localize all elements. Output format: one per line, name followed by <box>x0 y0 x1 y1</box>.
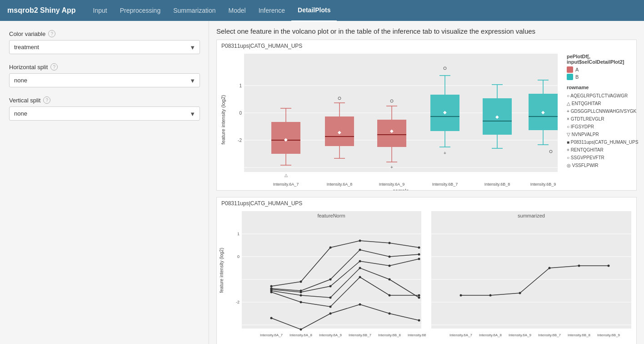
svg-point-79 <box>359 240 361 242</box>
svg-point-109 <box>359 304 361 306</box>
svg-point-128 <box>548 267 550 269</box>
svg-text:Intensity.6B_8: Intensity.6B_8 <box>484 182 510 187</box>
svg-text:Intensity.6B_8: Intensity.6B_8 <box>567 333 590 337</box>
color-variable-select[interactable]: treatment none <box>9 40 200 54</box>
svg-point-78 <box>329 247 332 249</box>
svg-text:+: + <box>390 165 393 170</box>
svg-point-110 <box>389 313 391 315</box>
svg-point-80 <box>389 242 391 244</box>
chart1-svg: 1 0 -2 feature intensity (log2) <box>217 49 562 190</box>
svg-point-127 <box>519 292 521 294</box>
svg-text:feature intensity (log2): feature intensity (log2) <box>220 95 226 145</box>
legend-row-0: ○ AQEGLRPGTLCTVAGWGR <box>567 92 639 100</box>
nav-input[interactable]: Input <box>87 0 114 21</box>
svg-text:+: + <box>444 151 446 156</box>
nav-preprocessing[interactable]: Preprocessing <box>114 0 167 21</box>
svg-text:◆: ◆ <box>390 128 394 133</box>
chart1-main: P08311ups|CATG_HUMAN_UPS 1 0 -2 <box>217 40 562 190</box>
horizontal-split-select[interactable]: none treatment <box>9 73 200 87</box>
legend-row-3: × GTDTLREVGLR <box>567 115 639 123</box>
nav-detailplots[interactable]: DetailPlots <box>291 0 337 22</box>
legend-item-A: A <box>567 66 639 73</box>
horizontal-split-wrapper: none treatment ▼ <box>9 73 200 87</box>
nav-summarization[interactable]: Summarization <box>167 0 222 21</box>
svg-text:◆: ◆ <box>443 110 447 115</box>
svg-text:1: 1 <box>239 83 242 88</box>
svg-text:Intensity.6B_7: Intensity.6B_7 <box>538 333 561 337</box>
svg-text:Intensity.6A_8: Intensity.6A_8 <box>290 333 313 337</box>
vertical-split-group: Vertical split ? none treatment ▼ <box>9 96 200 121</box>
nav-model[interactable]: Model <box>222 0 252 21</box>
svg-text:Intensity.6B_9: Intensity.6B_9 <box>597 333 620 337</box>
svg-point-105 <box>418 294 420 297</box>
svg-text:Intensity.6B_9: Intensity.6B_9 <box>530 182 556 187</box>
svg-point-102 <box>329 306 332 308</box>
svg-point-107 <box>300 329 302 331</box>
svg-text:-2: -2 <box>238 138 242 143</box>
content-area: Select one feature in the volcano plot o… <box>209 21 644 344</box>
instruction-text: Select one feature in the volcano plot o… <box>216 27 637 35</box>
svg-point-96 <box>329 297 332 299</box>
chart2-left-svg: featureNorm 1 0 -2 feature intensity (lo… <box>217 207 426 344</box>
color-variable-wrapper: treatment none ▼ <box>9 40 200 54</box>
svg-point-106 <box>270 317 273 319</box>
chart1-title: P08311ups|CATG_HUMAN_UPS <box>217 40 562 49</box>
svg-text:0: 0 <box>237 254 240 259</box>
svg-point-100 <box>270 291 273 293</box>
svg-text:Intensity.6B_8: Intensity.6B_8 <box>378 333 401 337</box>
svg-text:Intensity.6A_7: Intensity.6A_7 <box>273 182 299 187</box>
svg-point-87 <box>418 253 420 256</box>
app-brand: msqrob2 Shiny App <box>7 6 76 15</box>
legend-row-5: ▽ NVNPVALPR <box>567 131 639 138</box>
chart1-legend: pePlotDf[, input$selColDetailPlot2] A B … <box>562 40 644 190</box>
vertical-split-help[interactable]: ? <box>43 96 50 104</box>
chart1-legend-color-title: pePlotDf[, input$selColDetailPlot2] <box>567 54 639 65</box>
svg-point-76 <box>270 285 273 288</box>
legend-label-B: B <box>575 74 579 80</box>
svg-rect-27 <box>377 120 406 147</box>
svg-text:Intensity.6B_7: Intensity.6B_7 <box>432 182 458 187</box>
nav-inference[interactable]: Inference <box>252 0 291 21</box>
legend-rows: ○ AQEGLRPGTLCTVAGWGR △ ENTQGHITAR + GDSG… <box>567 92 639 169</box>
svg-point-101 <box>300 301 302 304</box>
svg-point-129 <box>578 265 580 267</box>
svg-point-85 <box>359 249 361 251</box>
chart2-body: featureNorm 1 0 -2 feature intensity (lo… <box>217 207 636 344</box>
sidebar: Color variable ? treatment none ▼ Horizo… <box>0 21 209 344</box>
svg-point-84 <box>329 278 332 281</box>
vertical-split-select[interactable]: none treatment <box>9 106 200 121</box>
svg-text:feature intensity (log2): feature intensity (log2) <box>219 248 224 293</box>
svg-point-125 <box>459 294 462 297</box>
svg-text:Intensity.6B_7: Intensity.6B_7 <box>349 333 372 337</box>
chart2-left: featureNorm 1 0 -2 feature intensity (lo… <box>217 207 427 344</box>
legend-row-1: △ ENTQGHITAR <box>567 100 639 107</box>
svg-text:Intensity.6A_9: Intensity.6A_9 <box>508 333 531 337</box>
svg-point-92 <box>389 265 391 267</box>
color-variable-help[interactable]: ? <box>48 30 55 37</box>
svg-point-91 <box>359 260 361 263</box>
svg-text:Intensity.6A_9: Intensity.6A_9 <box>319 333 342 337</box>
navbar: msqrob2 Shiny App Input Preprocessing Su… <box>0 0 644 21</box>
chart1-container: P08311ups|CATG_HUMAN_UPS 1 0 -2 <box>216 40 637 191</box>
legend-item-B: B <box>567 74 639 80</box>
chart2-title: P08311ups|CATG_HUMAN_UPS <box>217 197 636 207</box>
svg-text:0: 0 <box>239 111 242 116</box>
svg-text:Intensity.6A_7: Intensity.6A_7 <box>449 333 472 337</box>
chart2-right-svg: summarized <box>427 207 636 344</box>
legend-row-7: + RENTQGHITAR <box>567 146 639 154</box>
svg-text:◆: ◆ <box>338 130 341 135</box>
svg-text:sample: sample <box>393 188 409 190</box>
svg-point-77 <box>300 281 302 283</box>
svg-text:△: △ <box>285 173 288 177</box>
svg-point-108 <box>329 313 332 315</box>
horizontal-split-help[interactable]: ? <box>50 63 58 71</box>
legend-row-6: ■ P08311ups|CATG_HUMAN_UPS <box>567 138 639 146</box>
svg-rect-65 <box>242 211 421 329</box>
legend-row-4: ○ IFGSYDPR <box>567 123 639 131</box>
svg-text:Intensity.6A_8: Intensity.6A_8 <box>327 182 352 187</box>
svg-point-95 <box>300 294 302 297</box>
svg-point-98 <box>389 278 391 281</box>
chart2-right: summarized <box>427 207 637 344</box>
svg-point-89 <box>300 291 302 293</box>
svg-text:1: 1 <box>237 232 240 236</box>
